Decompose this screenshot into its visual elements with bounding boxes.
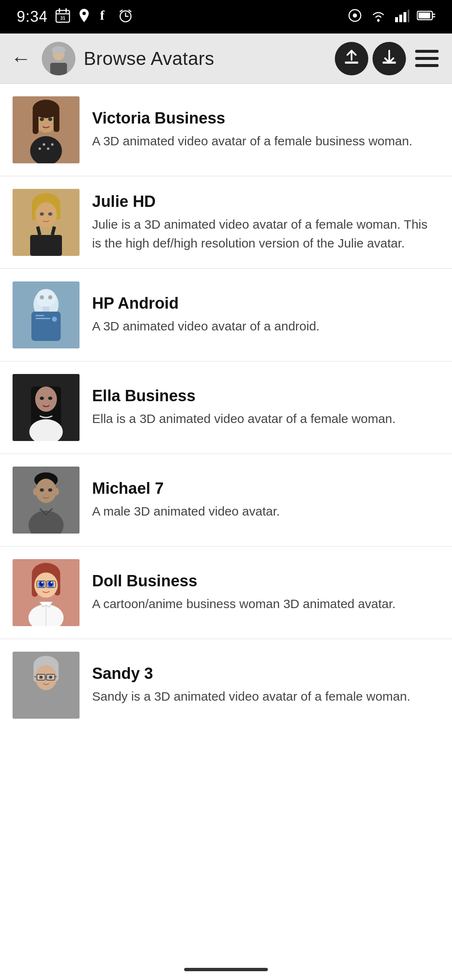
svg-rect-32 <box>33 109 39 134</box>
avatar-name-michael: Michael 7 <box>92 480 439 498</box>
svg-point-69 <box>36 479 56 503</box>
svg-rect-25 <box>50 63 67 75</box>
download-button[interactable] <box>372 42 406 75</box>
svg-point-35 <box>39 147 41 150</box>
avatar-thumb-victoria <box>13 96 80 163</box>
avatar-desc-ella: Ella is a 3D animated video avatar of a … <box>92 409 439 428</box>
svg-rect-27 <box>345 62 358 64</box>
svg-point-36 <box>43 143 45 146</box>
avatar-item-sandy[interactable]: Sandy 3 Sandy is a 3D animated video ava… <box>0 639 452 731</box>
svg-rect-48 <box>30 235 62 256</box>
svg-rect-20 <box>419 13 430 18</box>
hamburger-icon <box>415 50 439 67</box>
avatar-item-michael[interactable]: Michael 7 A male 3D animated video avata… <box>0 454 452 547</box>
avatar-info-android: HP Android A 3D animated video avatar of… <box>92 294 439 335</box>
avatar-name-doll: Doll Business <box>92 572 439 590</box>
avatar-item-android[interactable]: HP Android A 3D animated video avatar of… <box>0 269 452 361</box>
avatar-info-sandy: Sandy 3 Sandy is a 3D animated video ava… <box>92 665 439 706</box>
avatar-item-ella[interactable]: Ella Business Ella is a 3D animated vide… <box>0 361 452 454</box>
svg-point-45 <box>35 202 57 227</box>
svg-point-101 <box>39 676 43 679</box>
menu-button[interactable] <box>410 42 444 75</box>
svg-point-47 <box>48 212 52 216</box>
avatar-thumb-doll <box>13 559 80 626</box>
header-avatar-svg <box>42 42 75 75</box>
avatar-info-julie: Julie HD Julie is a 3D animated video av… <box>92 193 439 253</box>
avatar-list: Victoria Business A 3D animated video av… <box>0 84 452 731</box>
svg-point-13 <box>353 13 357 18</box>
svg-point-73 <box>48 488 52 492</box>
avatar-thumb-sandy <box>13 652 80 719</box>
location-icon <box>78 8 90 26</box>
avatar-thumb-julie <box>13 189 80 256</box>
avatar-desc-doll: A cartoon/anime business woman 3D animat… <box>92 594 439 613</box>
svg-point-64 <box>40 397 44 400</box>
svg-line-11 <box>129 10 131 12</box>
avatar-name-ella: Ella Business <box>92 387 439 405</box>
avatar-name-victoria: Victoria Business <box>92 109 439 127</box>
svg-point-63 <box>35 387 57 412</box>
svg-point-54 <box>40 295 44 299</box>
svg-rect-18 <box>408 10 409 22</box>
back-button[interactable]: ← <box>8 46 33 71</box>
avatar-desc-victoria: A 3D animated video avatar of a female b… <box>92 132 439 150</box>
avatar-desc-julie: Julie is a 3D animated video avatar of a… <box>92 215 439 253</box>
focus-icon <box>347 8 362 26</box>
avatar-thumb-ella <box>13 374 80 441</box>
app-bar-title: Browse Avatars <box>84 48 326 69</box>
svg-point-70 <box>33 488 38 495</box>
upload-button[interactable] <box>335 42 368 75</box>
svg-point-53 <box>36 289 56 307</box>
status-right-icons <box>347 8 435 26</box>
svg-point-26 <box>52 46 65 54</box>
svg-point-39 <box>40 118 44 121</box>
status-left: 9:34 31 f <box>17 8 133 26</box>
status-bar: 9:34 31 f <box>0 0 452 34</box>
svg-point-14 <box>377 19 380 22</box>
avatar-name-sandy: Sandy 3 <box>92 665 439 683</box>
svg-line-10 <box>120 10 122 12</box>
avatar-thumb-michael <box>13 467 80 534</box>
download-icon <box>380 47 398 70</box>
svg-point-46 <box>40 212 44 216</box>
wifi-icon <box>370 8 387 26</box>
avatar-desc-android: A 3D animated video avatar of a android. <box>92 317 439 335</box>
current-avatar-thumbnail <box>42 42 75 75</box>
svg-point-84 <box>41 582 43 583</box>
svg-point-40 <box>48 118 52 121</box>
status-time: 9:34 <box>17 8 48 26</box>
svg-point-71 <box>54 488 59 495</box>
svg-rect-59 <box>36 318 50 319</box>
calendar-icon: 31 <box>55 8 70 26</box>
bottom-bar <box>0 959 452 980</box>
svg-rect-16 <box>399 15 402 22</box>
avatar-info-doll: Doll Business A cartoon/anime business w… <box>92 572 439 613</box>
svg-text:f: f <box>100 8 105 23</box>
svg-point-102 <box>49 676 52 679</box>
avatar-item-victoria[interactable]: Victoria Business A 3D animated video av… <box>0 84 452 176</box>
svg-text:31: 31 <box>60 15 65 21</box>
facebook-icon: f <box>98 8 110 26</box>
avatar-item-doll[interactable]: Doll Business A cartoon/anime business w… <box>0 547 452 639</box>
svg-rect-56 <box>43 307 49 312</box>
upload-icon <box>342 47 361 70</box>
alarm-icon <box>118 8 133 26</box>
battery-icon <box>417 8 435 26</box>
svg-rect-58 <box>36 315 44 316</box>
avatar-desc-michael: A male 3D animated video avatar. <box>92 502 439 521</box>
svg-point-72 <box>40 488 44 492</box>
avatar-name-android: HP Android <box>92 294 439 312</box>
avatar-item-julie[interactable]: Julie HD Julie is a 3D animated video av… <box>0 176 452 269</box>
home-indicator <box>184 968 268 971</box>
avatar-info-michael: Michael 7 A male 3D animated video avata… <box>92 480 439 521</box>
svg-rect-33 <box>54 109 59 132</box>
svg-point-38 <box>51 143 54 146</box>
avatar-thumb-android <box>13 281 80 348</box>
svg-point-85 <box>51 582 52 583</box>
app-bar-actions <box>335 42 444 75</box>
svg-line-50 <box>52 227 54 235</box>
svg-point-65 <box>48 397 52 400</box>
svg-point-60 <box>52 317 57 322</box>
svg-point-37 <box>47 147 49 150</box>
svg-point-55 <box>48 295 52 299</box>
